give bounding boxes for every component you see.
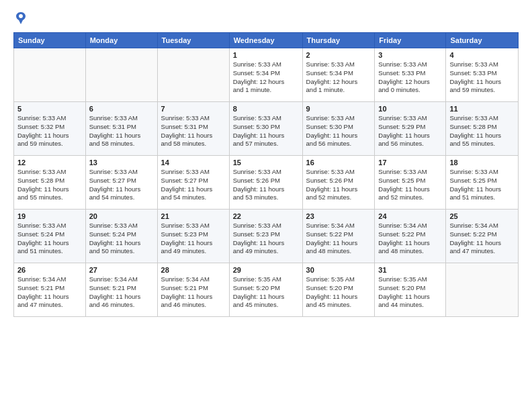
day-cell bbox=[85, 48, 157, 102]
day-header-wednesday: Wednesday bbox=[229, 33, 302, 48]
day-number: 10 bbox=[378, 105, 442, 113]
day-number: 28 bbox=[161, 266, 226, 274]
day-info: Sunrise: 5:33 AMSunset: 5:30 PMDaylight:… bbox=[306, 114, 371, 148]
day-info: Sunrise: 5:35 AMSunset: 5:20 PMDaylight:… bbox=[306, 275, 371, 310]
page: SundayMondayTuesdayWednesdayThursdayFrid… bbox=[0, 0, 532, 411]
day-number: 17 bbox=[378, 158, 442, 167]
day-number: 23 bbox=[306, 212, 371, 220]
day-number: 3 bbox=[378, 51, 442, 59]
day-cell: 18Sunrise: 5:33 AMSunset: 5:25 PMDayligh… bbox=[446, 156, 519, 210]
day-number: 8 bbox=[233, 105, 299, 113]
day-number: 12 bbox=[17, 158, 82, 167]
day-number: 16 bbox=[306, 158, 371, 167]
day-number: 25 bbox=[449, 212, 515, 220]
day-cell: 30Sunrise: 5:35 AMSunset: 5:20 PMDayligh… bbox=[302, 263, 375, 317]
day-cell: 16Sunrise: 5:33 AMSunset: 5:26 PMDayligh… bbox=[302, 156, 375, 210]
day-number: 19 bbox=[17, 212, 82, 220]
day-info: Sunrise: 5:35 AMSunset: 5:20 PMDaylight:… bbox=[378, 275, 442, 310]
day-info: Sunrise: 5:34 AMSunset: 5:21 PMDaylight:… bbox=[161, 275, 226, 310]
day-number: 20 bbox=[89, 212, 154, 220]
day-info: Sunrise: 5:33 AMSunset: 5:24 PMDaylight:… bbox=[17, 222, 82, 256]
day-number: 1 bbox=[233, 51, 299, 59]
day-info: Sunrise: 5:33 AMSunset: 5:31 PMDaylight:… bbox=[161, 114, 226, 148]
day-number: 26 bbox=[17, 266, 82, 274]
day-number: 4 bbox=[449, 51, 515, 59]
day-cell: 15Sunrise: 5:33 AMSunset: 5:26 PMDayligh… bbox=[229, 156, 302, 210]
day-cell: 22Sunrise: 5:33 AMSunset: 5:23 PMDayligh… bbox=[229, 210, 302, 263]
day-header-friday: Friday bbox=[375, 33, 446, 48]
day-cell: 13Sunrise: 5:33 AMSunset: 5:27 PMDayligh… bbox=[85, 156, 157, 210]
day-info: Sunrise: 5:33 AMSunset: 5:34 PMDaylight:… bbox=[233, 60, 299, 95]
logo bbox=[13, 11, 31, 26]
day-info: Sunrise: 5:33 AMSunset: 5:26 PMDaylight:… bbox=[233, 168, 299, 202]
day-cell: 20Sunrise: 5:33 AMSunset: 5:24 PMDayligh… bbox=[85, 210, 157, 263]
day-info: Sunrise: 5:34 AMSunset: 5:22 PMDaylight:… bbox=[306, 222, 371, 256]
day-header-saturday: Saturday bbox=[446, 33, 519, 48]
day-info: Sunrise: 5:33 AMSunset: 5:27 PMDaylight:… bbox=[89, 168, 154, 202]
day-cell bbox=[14, 48, 86, 102]
day-cell: 25Sunrise: 5:34 AMSunset: 5:22 PMDayligh… bbox=[446, 210, 519, 263]
day-info: Sunrise: 5:33 AMSunset: 5:28 PMDaylight:… bbox=[449, 114, 515, 148]
day-cell: 14Sunrise: 5:33 AMSunset: 5:27 PMDayligh… bbox=[157, 156, 229, 210]
day-info: Sunrise: 5:33 AMSunset: 5:25 PMDaylight:… bbox=[378, 168, 442, 202]
day-cell: 5Sunrise: 5:33 AMSunset: 5:32 PMDaylight… bbox=[14, 102, 86, 156]
day-header-thursday: Thursday bbox=[302, 33, 375, 48]
day-cell: 9Sunrise: 5:33 AMSunset: 5:30 PMDaylight… bbox=[302, 102, 375, 156]
day-cell: 26Sunrise: 5:34 AMSunset: 5:21 PMDayligh… bbox=[14, 263, 86, 317]
day-number: 9 bbox=[306, 105, 371, 113]
calendar: SundayMondayTuesdayWednesdayThursdayFrid… bbox=[13, 32, 519, 317]
day-info: Sunrise: 5:33 AMSunset: 5:33 PMDaylight:… bbox=[378, 60, 442, 95]
day-number: 13 bbox=[89, 158, 154, 167]
day-cell: 17Sunrise: 5:33 AMSunset: 5:25 PMDayligh… bbox=[375, 156, 446, 210]
day-number: 22 bbox=[233, 212, 299, 220]
week-row-4: 26Sunrise: 5:34 AMSunset: 5:21 PMDayligh… bbox=[14, 263, 519, 317]
day-cell: 24Sunrise: 5:34 AMSunset: 5:22 PMDayligh… bbox=[375, 210, 446, 263]
day-cell: 29Sunrise: 5:35 AMSunset: 5:20 PMDayligh… bbox=[229, 263, 302, 317]
week-row-3: 19Sunrise: 5:33 AMSunset: 5:24 PMDayligh… bbox=[14, 210, 519, 263]
day-info: Sunrise: 5:33 AMSunset: 5:24 PMDaylight:… bbox=[89, 222, 154, 256]
week-row-0: 1Sunrise: 5:33 AMSunset: 5:34 PMDaylight… bbox=[14, 48, 519, 102]
day-info: Sunrise: 5:34 AMSunset: 5:22 PMDaylight:… bbox=[378, 222, 442, 256]
day-info: Sunrise: 5:33 AMSunset: 5:34 PMDaylight:… bbox=[306, 60, 371, 95]
week-row-2: 12Sunrise: 5:33 AMSunset: 5:28 PMDayligh… bbox=[14, 156, 519, 210]
day-info: Sunrise: 5:33 AMSunset: 5:29 PMDaylight:… bbox=[378, 114, 442, 148]
day-info: Sunrise: 5:34 AMSunset: 5:21 PMDaylight:… bbox=[89, 275, 154, 310]
day-cell: 2Sunrise: 5:33 AMSunset: 5:34 PMDaylight… bbox=[302, 48, 375, 102]
day-info: Sunrise: 5:34 AMSunset: 5:22 PMDaylight:… bbox=[449, 222, 515, 256]
day-number: 31 bbox=[378, 266, 442, 274]
day-number: 11 bbox=[449, 105, 515, 113]
day-cell: 6Sunrise: 5:33 AMSunset: 5:31 PMDaylight… bbox=[85, 102, 157, 156]
day-info: Sunrise: 5:33 AMSunset: 5:26 PMDaylight:… bbox=[306, 168, 371, 202]
day-info: Sunrise: 5:34 AMSunset: 5:21 PMDaylight:… bbox=[17, 275, 82, 310]
day-number: 24 bbox=[378, 212, 442, 220]
week-row-1: 5Sunrise: 5:33 AMSunset: 5:32 PMDaylight… bbox=[14, 102, 519, 156]
day-header-sunday: Sunday bbox=[14, 33, 86, 48]
day-number: 21 bbox=[161, 212, 226, 220]
day-cell: 19Sunrise: 5:33 AMSunset: 5:24 PMDayligh… bbox=[14, 210, 86, 263]
day-number: 30 bbox=[306, 266, 371, 274]
day-number: 6 bbox=[89, 105, 154, 113]
logo-icon bbox=[13, 11, 28, 26]
day-info: Sunrise: 5:33 AMSunset: 5:32 PMDaylight:… bbox=[17, 114, 82, 148]
day-cell: 7Sunrise: 5:33 AMSunset: 5:31 PMDaylight… bbox=[157, 102, 229, 156]
day-cell bbox=[446, 263, 519, 317]
day-number: 14 bbox=[161, 158, 226, 167]
day-cell: 8Sunrise: 5:33 AMSunset: 5:30 PMDaylight… bbox=[229, 102, 302, 156]
day-cell bbox=[157, 48, 229, 102]
day-info: Sunrise: 5:33 AMSunset: 5:28 PMDaylight:… bbox=[17, 168, 82, 202]
day-number: 2 bbox=[306, 51, 371, 59]
day-header-tuesday: Tuesday bbox=[157, 33, 229, 48]
day-number: 15 bbox=[233, 158, 299, 167]
day-cell: 21Sunrise: 5:33 AMSunset: 5:23 PMDayligh… bbox=[157, 210, 229, 263]
day-cell: 10Sunrise: 5:33 AMSunset: 5:29 PMDayligh… bbox=[375, 102, 446, 156]
header-row: SundayMondayTuesdayWednesdayThursdayFrid… bbox=[14, 33, 519, 48]
day-number: 7 bbox=[161, 105, 226, 113]
day-header-monday: Monday bbox=[85, 33, 157, 48]
header bbox=[13, 11, 519, 26]
day-number: 5 bbox=[17, 105, 82, 113]
day-info: Sunrise: 5:33 AMSunset: 5:23 PMDaylight:… bbox=[233, 222, 299, 256]
day-info: Sunrise: 5:35 AMSunset: 5:20 PMDaylight:… bbox=[233, 275, 299, 310]
day-number: 29 bbox=[233, 266, 299, 274]
day-cell: 28Sunrise: 5:34 AMSunset: 5:21 PMDayligh… bbox=[157, 263, 229, 317]
day-info: Sunrise: 5:33 AMSunset: 5:33 PMDaylight:… bbox=[449, 60, 515, 95]
